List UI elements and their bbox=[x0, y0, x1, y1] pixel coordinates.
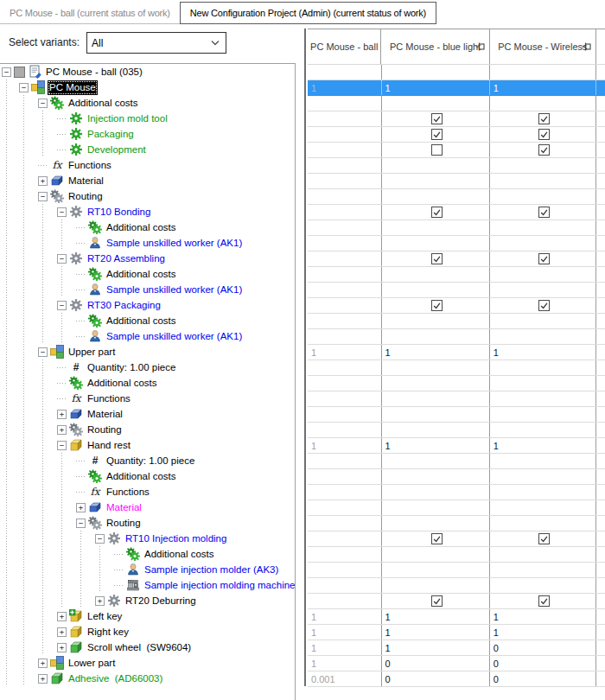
grid-cell[interactable] bbox=[382, 189, 490, 204]
grid-cell[interactable] bbox=[490, 547, 596, 562]
grid-cell[interactable] bbox=[490, 267, 596, 282]
expander-icon[interactable]: − bbox=[38, 347, 48, 357]
grid-cell[interactable]: 1 bbox=[382, 609, 490, 624]
expander-icon[interactable]: + bbox=[38, 176, 48, 186]
expander-icon[interactable]: + bbox=[95, 596, 105, 606]
grid-cell[interactable] bbox=[490, 143, 596, 157]
grid-cell[interactable] bbox=[382, 65, 490, 80]
checked-checkbox[interactable] bbox=[538, 144, 550, 156]
grid-cell[interactable] bbox=[308, 329, 382, 344]
tree-item[interactable]: + Material bbox=[0, 173, 295, 188]
grid-cell[interactable]: 1 bbox=[308, 625, 382, 640]
expander-icon[interactable]: − bbox=[57, 441, 67, 450]
grid-cell[interactable] bbox=[490, 189, 596, 204]
grid-cell[interactable] bbox=[308, 500, 382, 515]
grid-cell[interactable] bbox=[490, 127, 596, 142]
grid-cell[interactable] bbox=[490, 329, 596, 344]
grid-cell[interactable] bbox=[382, 594, 490, 608]
checked-checkbox[interactable] bbox=[431, 207, 443, 218]
grid-cell[interactable] bbox=[382, 547, 490, 562]
checked-checkbox[interactable] bbox=[431, 129, 443, 140]
grid-cell[interactable] bbox=[490, 500, 596, 515]
grid-cell[interactable] bbox=[308, 485, 382, 500]
expander-icon[interactable]: − bbox=[76, 519, 86, 528]
grid-cell[interactable] bbox=[308, 563, 382, 577]
tree-item[interactable]: Development bbox=[0, 142, 295, 157]
grid-cell[interactable] bbox=[308, 205, 382, 220]
tree-item[interactable]: # Quantity: 1.00 piece bbox=[0, 360, 295, 375]
grid-cell[interactable] bbox=[308, 578, 382, 593]
grid-cell[interactable] bbox=[382, 298, 490, 313]
tree-item[interactable]: # Quantity: 1.00 piece bbox=[0, 453, 295, 468]
grid-cell[interactable] bbox=[382, 360, 490, 375]
grid-cell[interactable] bbox=[490, 469, 596, 484]
grid-cell[interactable] bbox=[490, 236, 596, 251]
grid-cell[interactable] bbox=[308, 236, 382, 251]
grid-cell[interactable] bbox=[490, 391, 596, 406]
tree-item[interactable]: + Material bbox=[0, 500, 295, 515]
grid-cell[interactable] bbox=[308, 174, 382, 188]
grid-cell[interactable] bbox=[308, 516, 382, 531]
tab-pc-mouse-ball[interactable]: PC Mouse - ball (current status of work) bbox=[0, 3, 180, 24]
grid-cell[interactable] bbox=[308, 143, 382, 157]
tree-item[interactable]: + Scroll wheel (SW9604) bbox=[0, 640, 295, 655]
tree-item[interactable]: Packaging bbox=[0, 126, 295, 142]
tree-item[interactable]: + Material bbox=[0, 406, 295, 422]
grid-cell[interactable]: 1 bbox=[382, 80, 490, 95]
expander-icon[interactable]: + bbox=[57, 643, 67, 652]
grid-cell[interactable] bbox=[490, 205, 596, 220]
grid-cell[interactable] bbox=[308, 251, 382, 266]
variants-dropdown[interactable]: All bbox=[86, 32, 226, 54]
expander-icon[interactable]: − bbox=[19, 83, 29, 92]
tree-item[interactable]: Sample injection molding machine bbox=[0, 577, 295, 593]
tree-item[interactable]: Additional costs bbox=[0, 546, 295, 562]
grid-cell[interactable] bbox=[382, 267, 490, 282]
tree-item[interactable]: Additional costs bbox=[0, 313, 295, 328]
tree-item[interactable]: − Routing bbox=[0, 515, 295, 531]
grid-cell[interactable] bbox=[490, 158, 596, 173]
tree-item[interactable]: fx Functions bbox=[0, 391, 295, 406]
grid-cell[interactable] bbox=[490, 96, 596, 111]
grid-cell[interactable] bbox=[308, 127, 382, 142]
grid-cell[interactable] bbox=[382, 531, 490, 546]
tree-item[interactable]: Additional costs bbox=[0, 220, 295, 235]
grid-cell[interactable] bbox=[308, 96, 382, 111]
tree-item[interactable]: − RT10 Bonding bbox=[0, 204, 295, 220]
expander-icon[interactable]: − bbox=[57, 254, 67, 264]
grid-cell[interactable] bbox=[490, 531, 596, 546]
grid-cell[interactable] bbox=[490, 454, 596, 468]
grid-cell[interactable] bbox=[382, 485, 490, 500]
grid-cell[interactable]: 1 bbox=[382, 640, 490, 655]
panel-splitter[interactable] bbox=[304, 29, 306, 686]
grid-cell[interactable] bbox=[382, 283, 490, 297]
grid-cell[interactable] bbox=[382, 423, 490, 437]
pin-icon[interactable] bbox=[475, 42, 485, 52]
expander-icon[interactable]: + bbox=[57, 425, 67, 435]
checked-checkbox[interactable] bbox=[431, 253, 443, 264]
grid-cell[interactable] bbox=[308, 594, 382, 608]
column-header-pc-mouse-wireless[interactable]: PC Mouse - Wireless bbox=[490, 29, 596, 64]
grid-cell[interactable]: 1 bbox=[490, 345, 596, 360]
checked-checkbox[interactable] bbox=[538, 113, 550, 124]
tree-item[interactable]: + Lower part bbox=[0, 655, 295, 671]
expander-icon[interactable]: + bbox=[57, 612, 67, 621]
checked-checkbox[interactable] bbox=[538, 129, 550, 140]
grid-cell[interactable] bbox=[308, 111, 382, 126]
grid-cell[interactable] bbox=[382, 236, 490, 251]
grid-cell[interactable] bbox=[382, 96, 490, 111]
tree-item[interactable]: − Hand rest bbox=[0, 437, 295, 453]
grid-cell[interactable] bbox=[382, 174, 490, 188]
grid-cell[interactable] bbox=[308, 423, 382, 437]
expander-icon[interactable]: − bbox=[2, 67, 11, 77]
pin-icon[interactable] bbox=[582, 42, 591, 52]
grid-cell[interactable] bbox=[308, 283, 382, 297]
grid-cell[interactable]: 0 bbox=[382, 671, 490, 686]
tree-item[interactable]: Additional costs bbox=[0, 266, 295, 282]
expander-icon[interactable]: − bbox=[57, 207, 67, 217]
tree-item[interactable]: Additional costs bbox=[0, 375, 295, 391]
grid-cell[interactable] bbox=[490, 111, 596, 126]
grid-cell[interactable] bbox=[382, 376, 490, 391]
grid-cell[interactable] bbox=[308, 158, 382, 173]
grid-cell[interactable] bbox=[490, 65, 596, 80]
grid-cell[interactable] bbox=[308, 220, 382, 235]
